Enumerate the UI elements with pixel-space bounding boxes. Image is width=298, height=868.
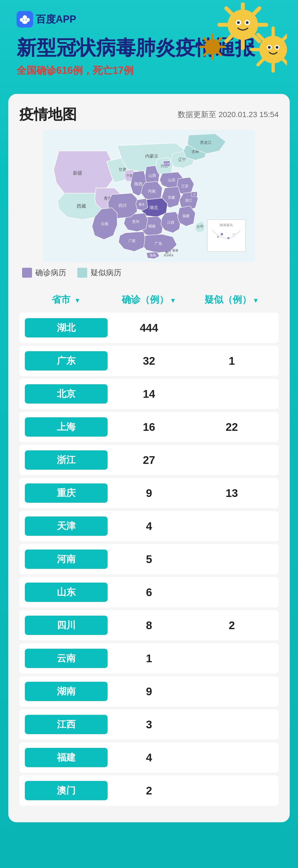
header-suspected[interactable]: 疑似（例）▼ [190,293,273,306]
province-cell: 上海 [25,417,108,437]
table-row: 四川 8 2 [19,610,279,641]
subtitle-suffix: 例 [124,65,134,76]
table-row: 北京 14 [19,379,279,409]
map-legend: 确诊病历 疑似病历 [19,268,279,278]
confirmed-cell: 4 [108,751,190,764]
sort-suspected-arrow[interactable]: ▼ [252,297,259,304]
svg-line-32 [283,34,287,40]
svg-text:河南: 河南 [148,189,156,194]
confirmed-cell: 16 [108,421,190,433]
svg-text:西藏: 西藏 [77,204,86,209]
table-row: 江西 3 [19,709,279,740]
province-cell: 山东 [25,583,108,602]
svg-point-38 [276,46,278,49]
table-row: 上海 16 22 [19,412,279,442]
content-card: 疫情地图 数据更新至 2020.01.23 15:54 新疆 西藏 [8,94,290,822]
province-cell: 湖北 [25,318,108,337]
legend-confirmed-box [22,268,32,278]
china-map: 新疆 西藏 青海 甘肃 内蒙古 宁夏 [19,130,279,262]
svg-text:新疆: 新疆 [73,171,82,176]
svg-text:安徽: 安徽 [168,195,175,199]
map-section: 疫情地图 数据更新至 2020.01.23 15:54 新疆 西藏 [19,105,279,278]
table-row: 福建 4 [19,742,279,773]
confirmed-cell: 14 [108,388,190,400]
svg-point-15 [237,21,240,24]
confirmed-cell: 8 [108,619,190,632]
svg-line-34 [283,59,287,65]
province-cell: 湖南 [25,682,108,701]
province-cell: 四川 [25,616,108,635]
svg-point-80 [233,233,235,236]
province-cell: 澳门 [25,781,108,800]
svg-text:四川: 四川 [118,203,127,208]
suspected-cell: 1 [190,355,273,367]
subtitle-prefix: 全国确诊 [17,65,56,76]
legend-confirmed-label: 确诊病历 [35,268,66,278]
svg-text:京津: 京津 [164,162,169,165]
svg-text:陕西: 陕西 [134,182,143,186]
svg-text:南海诸岛: 南海诸岛 [220,224,233,227]
table-row: 澳门 2 [19,775,279,806]
svg-text:台湾: 台湾 [196,225,203,228]
svg-text:沪: 沪 [193,193,196,196]
province-cell: 重庆 [25,484,108,503]
svg-line-11 [226,35,232,41]
svg-text:内蒙古: 内蒙古 [145,153,158,159]
svg-line-22 [204,38,207,41]
svg-point-79 [227,237,229,239]
confirmed-cell: 32 [108,355,190,367]
table-row: 天津 4 [19,511,279,541]
header-decoration [182,3,287,74]
suspected-cell: 22 [190,421,273,433]
map-update: 数据更新至 2020.01.23 15:54 [178,110,279,120]
confirmed-cell: 6 [108,586,190,598]
confirmed-cell: 9 [108,685,190,698]
svg-text:山东: 山东 [168,178,175,182]
sort-confirmed-arrow[interactable]: ▼ [170,297,176,304]
confirmed-cell: 9 [108,487,190,499]
svg-text:湖北: 湖北 [149,205,158,210]
map-title: 疫情地图 [19,105,77,124]
svg-text:澳门: 澳门 [165,251,171,254]
legend-suspected-box [77,268,87,278]
province-cell: 北京 [25,384,108,404]
app-name: 百度APP [36,13,76,26]
svg-text:云南: 云南 [101,221,108,226]
table-row: 云南 1 [19,643,279,674]
svg-text:东沙群岛: 东沙群岛 [164,254,173,257]
svg-text:辽宁: 辽宁 [178,158,186,162]
table-row: 湖北 444 [19,313,279,343]
svg-text:山西: 山西 [148,173,156,178]
legend-suspected: 疑似病历 [77,268,121,278]
svg-point-3 [22,20,28,24]
svg-line-9 [226,8,232,14]
confirmed-cell: 3 [108,718,190,731]
svg-text:海南: 海南 [150,254,156,257]
svg-point-78 [220,233,223,236]
table-row: 山东 6 [19,577,279,608]
sort-province-arrow[interactable]: ▼ [74,297,81,304]
table-rows-container: 湖北 444 广东 32 1 北京 14 上海 16 22 浙江 27 重庆 9… [19,313,279,806]
confirmed-cell: 27 [108,454,190,466]
death-count: 17 [113,65,124,76]
svg-line-25 [218,52,221,55]
svg-point-37 [268,46,271,49]
baidu-icon [17,11,33,28]
province-cell: 广东 [25,351,108,371]
province-cell: 福建 [25,748,108,767]
confirmed-cell: 4 [108,520,190,532]
svg-text:湖南: 湖南 [148,224,156,229]
confirmed-cell: 2 [108,784,190,797]
header-confirmed[interactable]: 确诊（例）▼ [108,293,190,306]
confirmed-count: 616 [56,65,73,76]
svg-line-33 [258,59,264,65]
table-header: 省市 ▼ 确诊（例）▼ 疑似（例）▼ [19,289,279,310]
svg-text:香港: 香港 [172,249,178,252]
svg-point-0 [23,15,27,20]
svg-text:重庆: 重庆 [138,203,144,206]
table-row: 重庆 9 13 [19,478,279,508]
svg-point-81 [217,236,219,238]
province-cell: 云南 [25,649,108,668]
legend-confirmed: 确诊病历 [22,268,66,278]
header-province[interactable]: 省市 ▼ [25,293,108,306]
